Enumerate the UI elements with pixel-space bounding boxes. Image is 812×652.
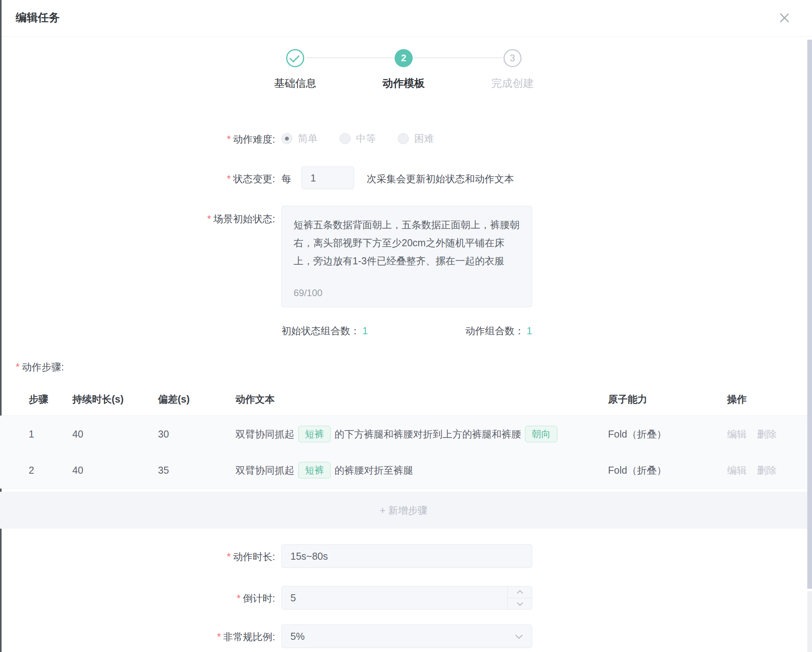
edit-link[interactable]: 编辑	[727, 464, 747, 477]
cell-ability: Fold（折叠）	[608, 464, 667, 477]
chevron-down-icon	[515, 632, 522, 639]
required-asterisk: *	[227, 173, 231, 184]
table-row: 2 40 35 双臂协同抓起 短裤 的裤腰对折至裤腿 Fold（折叠） 编辑 删…	[0, 452, 807, 489]
check-icon	[289, 52, 299, 62]
required-asterisk: *	[227, 134, 231, 145]
radio-option-easy[interactable]: 简单	[281, 132, 318, 145]
unusual-ratio-label: *非常规比例:	[98, 630, 275, 643]
col-header-operations: 操作	[727, 393, 747, 406]
step-3-number: 3	[510, 53, 515, 64]
required-asterisk: *	[217, 631, 221, 642]
number-spinner	[507, 586, 532, 609]
dialog-title: 编辑任务	[16, 10, 60, 25]
countdown-value: 5	[290, 592, 296, 603]
cell-deviation: 35	[158, 465, 169, 476]
close-icon[interactable]	[777, 11, 792, 25]
scrollbar-track	[807, 591, 812, 652]
state-change-prefix: 每	[281, 172, 291, 185]
radio-selected-icon	[281, 133, 292, 144]
step-2-number: 2	[401, 53, 406, 64]
page-left-edge	[0, 0, 2, 652]
col-header-action-text: 动作文本	[235, 393, 275, 406]
radio-unselected-icon	[340, 133, 351, 144]
orientation-tag: 朝向	[525, 426, 557, 442]
col-header-ability: 原子能力	[608, 393, 647, 406]
chevron-down-icon	[517, 600, 523, 606]
state-change-label: *状态变更:	[98, 172, 275, 185]
dialog-header: 编辑任务	[2, 0, 812, 37]
cell-duration: 40	[72, 465, 83, 476]
countdown-input[interactable]: 5	[281, 586, 532, 610]
action-duration-label: *动作时长:	[98, 550, 275, 563]
edit-link[interactable]: 编辑	[727, 428, 747, 441]
difficulty-label: *动作难度:	[98, 133, 275, 146]
table-row: 1 40 30 双臂协同抓起 短裤 的下方裤腿和裤腰对折到上方的裤腿和裤腰 朝向…	[0, 416, 807, 452]
combo-counts-row: 初始状态组合数：1 动作组合数：1	[281, 324, 532, 337]
step-3-circle[interactable]: 3	[503, 49, 522, 67]
step-2-circle[interactable]: 2	[395, 49, 413, 67]
spinner-increase-button[interactable]	[508, 586, 532, 598]
radio-label: 简单	[298, 132, 318, 145]
col-header-step: 步骤	[29, 393, 48, 406]
scene-initial-state-text: 短裤五条数据背面朝上，五条数据正面朝上，裤腰朝右，离头部视野下方至少20cm之外…	[294, 219, 520, 266]
cell-step: 2	[29, 465, 34, 476]
stepper-connector	[306, 57, 394, 58]
cell-ability: Fold（折叠）	[608, 428, 667, 441]
state-change-input[interactable]: 1	[301, 167, 354, 189]
table-header: 步骤 持续时长(s) 偏差(s) 动作文本 原子能力 操作	[0, 387, 807, 413]
radio-option-medium[interactable]: 中等	[340, 132, 376, 145]
cell-step: 1	[29, 429, 34, 440]
initial-combo-value: 1	[362, 325, 368, 336]
scene-initial-state-textarea[interactable]: 短裤五条数据背面朝上，五条数据正面朝上，裤腰朝右，离头部视野下方至少20cm之外…	[281, 206, 532, 307]
cell-duration: 40	[72, 429, 83, 440]
cell-operations: 编辑 删除	[727, 428, 777, 441]
object-tag: 短裤	[298, 426, 331, 442]
state-change-suffix: 次采集会更新初始状态和动作文本	[367, 172, 514, 185]
cell-action-text: 双臂协同抓起 短裤 的下方裤腿和裤腰对折到上方的裤腿和裤腰 朝向	[235, 426, 561, 442]
radio-label: 中等	[356, 132, 376, 145]
delete-link[interactable]: 删除	[757, 464, 777, 477]
cell-action-text: 双臂协同抓起 短裤 的裤腰对折至裤腿	[235, 462, 413, 478]
delete-link[interactable]: 删除	[757, 428, 777, 441]
countdown-label: *倒计时:	[98, 592, 275, 605]
scrollbar	[807, 37, 812, 652]
scrollbar-thumb[interactable]	[807, 40, 812, 589]
char-counter: 69/100	[294, 284, 322, 302]
stepper-connector	[413, 57, 503, 58]
cell-deviation: 30	[158, 429, 169, 440]
required-asterisk: *	[207, 213, 211, 224]
initial-combo-count: 初始状态组合数：1	[281, 324, 368, 337]
unusual-ratio-select[interactable]: 5%	[281, 625, 532, 648]
step-1-label: 基础信息	[274, 76, 316, 90]
scene-initial-state-label: *场景初始状态:	[98, 212, 275, 225]
required-asterisk: *	[16, 361, 20, 372]
difficulty-radio-group: 简单 中等 困难	[281, 132, 434, 145]
action-combo-value: 1	[527, 325, 532, 336]
step-1-circle[interactable]	[286, 49, 304, 67]
required-asterisk: *	[227, 551, 231, 562]
step-2-label: 动作模板	[382, 76, 425, 90]
action-combo-count: 动作组合数：1	[465, 324, 532, 337]
chevron-up-icon	[517, 590, 523, 596]
object-tag: 短裤	[298, 462, 331, 478]
action-duration-input[interactable]: 15s~80s	[281, 544, 532, 568]
radio-option-hard[interactable]: 困难	[398, 132, 434, 145]
col-header-duration: 持续时长(s)	[72, 393, 124, 406]
unusual-ratio-value: 5%	[290, 631, 305, 642]
step-3-label: 完成创建	[491, 76, 534, 90]
required-asterisk: *	[237, 593, 241, 604]
cell-operations: 编辑 删除	[727, 464, 777, 477]
col-header-deviation: 偏差(s)	[158, 393, 190, 406]
action-steps-section-label: *动作步骤:	[16, 361, 64, 374]
radio-unselected-icon	[398, 133, 409, 144]
add-step-button[interactable]: + 新增步骤	[380, 504, 428, 517]
spinner-decrease-button[interactable]	[508, 598, 532, 609]
add-step-row: + 新增步骤	[0, 492, 807, 529]
edit-task-dialog: 编辑任务 2 3 基础信息 动作模板 完成创建 *动作难度: 简单 中等 困难 …	[0, 0, 812, 652]
radio-label: 困难	[414, 132, 434, 145]
